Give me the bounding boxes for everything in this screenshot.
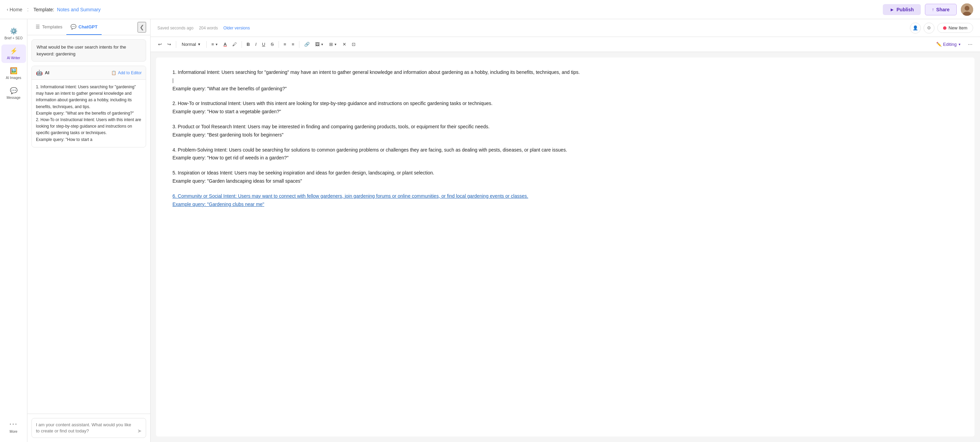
toolbar-sep-5 xyxy=(299,41,299,48)
settings-icon: ⚙ xyxy=(927,25,931,30)
editor-top-right: 👤 ⚙ New Item xyxy=(910,22,973,33)
ai-images-label: AI Images xyxy=(6,76,21,80)
collaborators-button[interactable]: 👤 xyxy=(910,22,921,33)
chevron-left-icon: ‹ xyxy=(7,7,8,12)
message-icon: 💬 xyxy=(10,87,18,94)
toolbar-sep-1 xyxy=(176,41,176,48)
older-versions-link[interactable]: Older versions xyxy=(223,25,250,30)
editor-content[interactable]: 1. Informational Intent: Users searching… xyxy=(156,57,975,437)
ai-robot-icon: 🤖 xyxy=(36,70,43,76)
underline-icon: U xyxy=(262,42,265,47)
highlight-icon: 🖊 xyxy=(232,42,237,47)
ai-response-para: 1. Informational Intent: Users searching… xyxy=(36,84,142,117)
highlight-button[interactable]: 🖊 xyxy=(230,40,239,48)
main-layout: ⚙️ Brief + SEO ⚡ AI Writer 🖼️ AI Images … xyxy=(0,19,980,442)
panel-tabs-group: ☰ Templates 💬 ChatGPT xyxy=(32,19,102,35)
align-button[interactable]: ≡ ▼ xyxy=(209,40,220,48)
settings-button[interactable]: ⚙ xyxy=(924,22,934,33)
numbered-list-button[interactable]: ≡ xyxy=(290,40,296,48)
tab-templates[interactable]: ☰ Templates xyxy=(32,19,66,35)
chatgpt-tab-icon: 💬 xyxy=(70,24,76,29)
paragraph-4: 4. Problem-Solving Intent: Users could b… xyxy=(172,146,958,162)
templates-tab-label: Templates xyxy=(42,24,62,29)
more-label: More xyxy=(10,430,18,434)
saved-status: Saved seconds ago xyxy=(158,25,193,30)
strikethrough-icon: S xyxy=(270,42,274,47)
share-label: Share xyxy=(936,7,950,12)
align-chevron: ▼ xyxy=(215,43,218,46)
embed-button[interactable]: ⊡ xyxy=(350,40,358,48)
more-toolbar-icon: ··· xyxy=(968,41,972,47)
toolbar-sep-4 xyxy=(278,41,279,48)
redo-button[interactable]: ↪ xyxy=(165,40,173,48)
sidebar-item-more[interactable]: ··· More xyxy=(2,417,26,437)
top-navbar: ‹ Home : Template: Notes and Summary ► P… xyxy=(0,0,980,19)
bullet-list-button[interactable]: ≡ xyxy=(282,40,288,48)
publish-button[interactable]: ► Publish xyxy=(883,4,920,15)
image-chevron: ▼ xyxy=(321,43,324,46)
chat-input-area: ➤ xyxy=(27,413,150,442)
add-to-editor-button[interactable]: 📋 Add to Editor xyxy=(111,70,142,75)
editor-toolbar: ↩ ↪ Normal ▼ ≡ ▼ A 🖊 B xyxy=(151,37,980,52)
brief-seo-icon: ⚙️ xyxy=(10,27,18,35)
paragraph-5: 5. Inspiration or Ideas Intent: Users ma… xyxy=(172,169,958,185)
new-item-dot xyxy=(943,26,947,30)
sidebar-item-ai-writer[interactable]: ⚡ AI Writer xyxy=(2,45,26,63)
table-icon: ⊞ xyxy=(329,42,333,47)
chat-send-button[interactable]: ➤ xyxy=(137,428,142,434)
sidebar-item-ai-images[interactable]: 🖼️ AI Images xyxy=(2,64,26,83)
top-nav-right: ► Publish ↑ Share xyxy=(883,3,973,16)
align-icon: ≡ xyxy=(212,42,214,47)
add-to-editor-icon: 📋 xyxy=(111,70,116,75)
italic-icon: I xyxy=(255,42,257,47)
link-button[interactable]: 🔗 xyxy=(302,40,312,48)
bold-button[interactable]: B xyxy=(245,40,252,48)
underline-button[interactable]: U xyxy=(260,40,267,48)
ai-images-icon: 🖼️ xyxy=(10,67,18,75)
more-toolbar-button[interactable]: ··· xyxy=(966,40,975,49)
undo-button[interactable]: ↩ xyxy=(156,40,164,48)
link-icon: 🔗 xyxy=(304,42,310,47)
editing-button[interactable]: ✏️ Editing ▼ xyxy=(933,40,965,48)
panel-tabs: ☰ Templates 💬 ChatGPT ❮ xyxy=(27,19,150,35)
italic-button[interactable]: I xyxy=(253,40,259,48)
share-button[interactable]: ↑ Share xyxy=(925,4,957,15)
font-color-button[interactable]: A xyxy=(221,40,229,48)
ai-response-text: 1. Informational Intent: Users searching… xyxy=(32,80,146,147)
clear-format-button[interactable]: ✕ xyxy=(340,40,348,48)
image-button[interactable]: 🖼 ▼ xyxy=(313,40,326,48)
send-icon: ➤ xyxy=(137,428,142,434)
format-select-button[interactable]: Normal ▼ xyxy=(179,40,204,48)
publish-label: Publish xyxy=(897,7,914,12)
panel: ☰ Templates 💬 ChatGPT ❮ What would be th… xyxy=(27,19,151,442)
sidebar-item-brief-seo[interactable]: ⚙️ Brief + SEO xyxy=(2,25,26,43)
sidebar-item-message[interactable]: 💬 Message xyxy=(2,84,26,103)
panel-collapse-button[interactable]: ❮ xyxy=(138,22,146,32)
template-name: Notes and Summary xyxy=(57,7,101,12)
svg-point-1 xyxy=(965,6,969,11)
ai-response-header: 🤖 AI 📋 Add to Editor xyxy=(32,66,146,80)
paragraph-2: 2. How-To or Instructional Intent: Users… xyxy=(172,100,958,116)
undo-icon: ↩ xyxy=(158,42,162,47)
editor-area: Saved seconds ago 204 words Older versio… xyxy=(151,19,980,442)
ai-writer-label: AI Writer xyxy=(7,56,20,60)
strikethrough-button[interactable]: S xyxy=(269,40,276,48)
table-button[interactable]: ⊞ ▼ xyxy=(327,40,339,48)
ai-writer-icon: ⚡ xyxy=(10,47,18,55)
text-cursor xyxy=(173,78,173,83)
link-text-6b: Example query: "Gardening clubs near me" xyxy=(172,202,264,207)
editor-meta: Saved seconds ago 204 words Older versio… xyxy=(158,25,250,30)
publish-icon: ► xyxy=(890,7,894,12)
avatar-image xyxy=(961,3,973,16)
tab-chatgpt[interactable]: 💬 ChatGPT xyxy=(66,19,102,35)
new-item-label: New Item xyxy=(948,25,967,30)
font-color-icon: A xyxy=(223,42,226,47)
numbered-list-icon: ≡ xyxy=(291,42,294,47)
chat-textarea[interactable] xyxy=(36,422,134,434)
new-item-button[interactable]: New Item xyxy=(937,23,973,33)
home-link[interactable]: ‹ Home xyxy=(7,7,22,12)
avatar[interactable] xyxy=(961,3,973,16)
embed-icon: ⊡ xyxy=(352,42,356,47)
query-text: What would be the user search intents fo… xyxy=(37,45,126,56)
chat-input-box: ➤ xyxy=(32,418,146,438)
